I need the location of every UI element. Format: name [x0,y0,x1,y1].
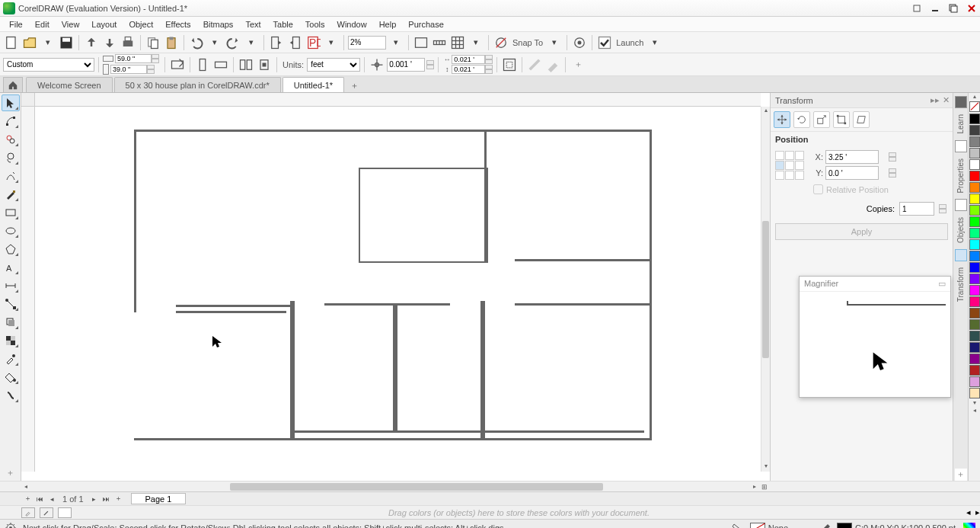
menu-bitmaps[interactable]: Bitmaps [197,18,240,30]
scroll-right-arrow[interactable]: ▸ [750,483,759,490]
transform-tab[interactable]: Transform [956,267,965,302]
width-down[interactable] [152,59,159,63]
horizontal-scrollbar[interactable]: ◂ ▸ ⊞ [0,481,980,491]
treat-as-filled-button[interactable] [501,56,518,73]
doc-palette-left[interactable]: ◂ [966,507,971,517]
menu-layout[interactable]: Layout [85,18,123,30]
open-dropdown[interactable]: ▾ [40,34,56,51]
scroll-left-arrow[interactable]: ◂ [21,483,30,490]
properties-tab[interactable]: Properties [956,158,965,194]
swatch-23[interactable] [969,376,980,387]
horizontal-scroll-thumb[interactable] [230,483,603,491]
swatch-11[interactable] [969,239,980,250]
swatch-21[interactable] [969,354,980,364]
zoom-level-input[interactable] [348,36,386,50]
y-input[interactable] [825,166,879,180]
ruler-origin[interactable] [21,93,35,107]
snap-off-button[interactable] [493,34,509,51]
transform-scale-button[interactable] [813,111,830,128]
window-minimize-button[interactable] [927,2,943,15]
ruler-vertical[interactable] [21,107,35,472]
transform-skew-button[interactable] [853,111,870,128]
page-preset-select[interactable]: Custom [3,58,94,72]
vertical-scrollbar[interactable]: ▴ ▾ [761,107,770,472]
transform-position-button[interactable] [774,111,790,128]
cloud-down-button[interactable] [101,34,118,51]
page-1-tab[interactable]: Page 1 [131,493,187,504]
apply-button[interactable]: Apply [775,223,948,240]
navigator-button[interactable]: ⊞ [759,483,770,491]
export-button[interactable] [286,34,303,51]
edit-fill-button[interactable] [526,56,543,73]
crop-tool[interactable] [2,131,20,148]
smart-fill-tool[interactable] [2,387,20,404]
outline-icon[interactable] [817,522,834,529]
edge-icon-2[interactable] [955,140,967,152]
y-down[interactable] [889,173,896,178]
publish-dropdown[interactable]: ▾ [323,34,340,51]
drawing-canvas[interactable] [35,107,761,472]
swatch-0[interactable] [969,114,980,124]
window-maximize-button[interactable] [945,2,962,15]
undo-dropdown[interactable]: ▾ [206,34,223,51]
palette-flyout-arrow[interactable]: ◂ [969,407,980,414]
save-button[interactable] [58,34,75,51]
x-input[interactable] [825,150,879,164]
doc-palette-none[interactable] [58,507,72,518]
freehand-tool[interactable] [2,168,20,184]
swatch-2[interactable] [969,136,980,147]
grid-button[interactable] [449,34,466,51]
paste-button[interactable] [163,34,180,51]
palette-up-arrow[interactable]: ▴ [969,93,980,101]
menu-purchase[interactable]: Purchase [402,18,449,30]
add-page-button[interactable]: ＋ [21,494,34,504]
status-gear-icon[interactable] [5,522,17,529]
swatch-6[interactable] [969,182,980,193]
publish-pdf-button[interactable]: PDF [305,34,321,51]
portrait-button[interactable] [194,56,211,73]
swatch-7[interactable] [969,194,980,204]
edge-icon-1[interactable] [955,96,967,108]
eyedropper-tool[interactable] [2,350,20,367]
copies-down[interactable] [939,209,946,213]
options-button[interactable] [571,34,588,51]
scroll-down-arrow[interactable]: ▾ [761,462,770,472]
launch-checkbox[interactable] [596,34,613,51]
add-page-after-button[interactable]: ＋ [113,494,125,504]
transform-rotate-button[interactable] [793,111,810,128]
rulers-button[interactable] [431,34,448,51]
page-width-input[interactable] [115,54,152,63]
fill-tool[interactable] [2,369,20,386]
status-color-button[interactable] [963,523,975,529]
menu-help[interactable]: Help [373,18,403,30]
fullscreen-button[interactable] [413,34,429,51]
redo-dropdown[interactable]: ▾ [243,34,260,51]
menu-text[interactable]: Text [239,18,267,30]
page-height-input[interactable] [110,65,147,74]
artistic-media-tool[interactable] [2,186,20,203]
swatch-9[interactable] [969,216,980,227]
connector-tool[interactable] [2,296,20,312]
magnifier-close-button[interactable]: ▭ [938,279,946,289]
learn-tab[interactable]: Learn [956,114,965,134]
palette-down-arrow[interactable]: ▾ [969,399,980,407]
home-tab-button[interactable] [3,77,23,92]
magnifier-panel[interactable]: Magnifier ▭ [799,276,951,398]
height-down[interactable] [147,69,155,74]
menu-view[interactable]: View [56,18,86,30]
tab-untitled[interactable]: Untitled-1* [283,77,344,92]
transform-size-button[interactable] [833,111,850,128]
swatch-20[interactable] [969,342,980,353]
transparency-tool[interactable] [2,332,20,349]
nudge-input[interactable] [387,58,425,72]
import-button[interactable] [268,34,285,51]
swatch-16[interactable] [969,296,980,307]
dup-x-input[interactable] [452,55,485,64]
menu-file[interactable]: File [3,18,29,30]
swatch-18[interactable] [969,319,980,330]
menu-effects[interactable]: Effects [159,18,196,30]
menu-table[interactable]: Table [267,18,299,30]
orientation-button[interactable] [169,56,186,73]
menu-edit[interactable]: Edit [29,18,56,30]
tab-welcome[interactable]: Welcome Screen [26,77,113,92]
